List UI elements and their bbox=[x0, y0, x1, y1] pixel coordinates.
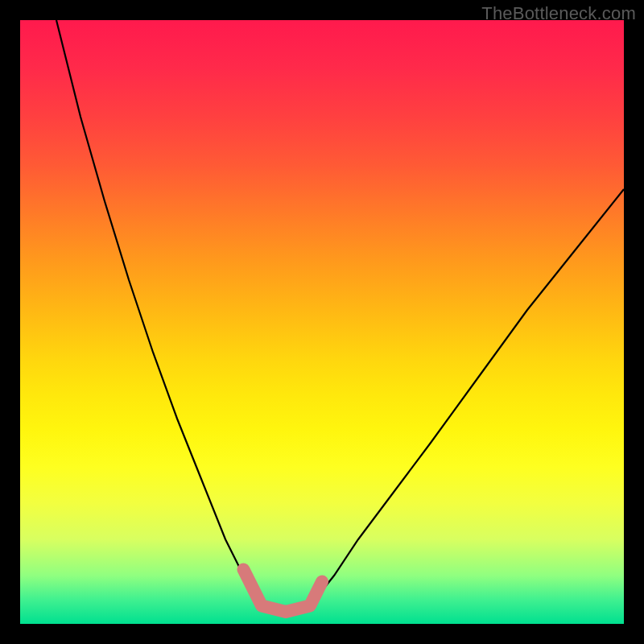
chart-frame: TheBottleneck.com bbox=[0, 0, 644, 644]
gradient-plot-background bbox=[20, 20, 624, 624]
watermark-text: TheBottleneck.com bbox=[481, 3, 636, 24]
